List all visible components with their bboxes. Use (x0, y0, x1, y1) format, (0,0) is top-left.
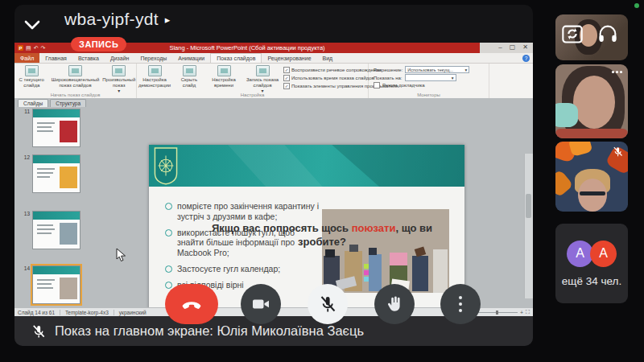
slide-thumbnail-13[interactable]: 13 (23, 211, 80, 249)
university-logo (153, 146, 179, 186)
meeting-code[interactable]: wba-yipf-ydt ▸ (64, 10, 171, 29)
caret-down-icon: ▾ (452, 76, 454, 80)
maximize-button[interactable]: ▢ (510, 43, 516, 51)
more-participants-tile[interactable]: A A ещё 34 чел. (555, 224, 628, 303)
thumbnail-image (60, 223, 77, 245)
slide-thumbnail-12[interactable]: 12 (23, 154, 80, 193)
more-vert-icon (459, 296, 462, 299)
tab-insert[interactable]: Вставка (72, 53, 105, 63)
face-mask (555, 103, 578, 127)
avatar-group: A A (567, 241, 617, 267)
thumbnail-preview (32, 211, 80, 249)
show-on-row: Показать на: ▾ (374, 74, 489, 81)
checkbox-checked-icon: ✓ (283, 83, 290, 89)
ribbon-group-setup: Настройка демонстрации Скрыть слайд Наст… (137, 64, 369, 98)
leaf-decoration (555, 169, 574, 197)
checkbox-checked-icon: ✓ (283, 67, 290, 73)
slide-title-accent: поюзати (352, 222, 396, 234)
participant-video-3[interactable] (555, 142, 628, 212)
bullet-ring-icon (165, 282, 172, 289)
ribbon-tabs: Файл Главная Вставка Дизайн Переходы Ани… (14, 53, 533, 64)
group-label: Начать показ слайдов (14, 93, 136, 97)
from-current-slide-button[interactable]: С текущего слайда (14, 65, 49, 94)
avatar: A (590, 241, 617, 267)
scrollbar-thumb[interactable] (526, 194, 531, 218)
meeting-code-text: wba-yipf-ydt (64, 10, 159, 29)
tab-slideshow[interactable]: Показ слайдов (210, 53, 262, 63)
thumbnail-image (60, 121, 77, 142)
tab-design[interactable]: Дизайн (105, 53, 135, 63)
resolution-row: Разрешение: Использовать текущ... ▾ (374, 66, 489, 73)
mic-muted-button[interactable] (308, 284, 348, 324)
presenter-view-checkbox[interactable]: Режим докладчика (374, 82, 489, 88)
chevron-right-icon: ▸ (165, 14, 171, 26)
language-indicator[interactable]: украинский (119, 310, 147, 315)
tab-animations[interactable]: Анимации (172, 53, 210, 63)
mouse-cursor (116, 248, 127, 265)
minimize-button[interactable]: – (498, 43, 502, 51)
tab-review[interactable]: Рецензирование (262, 53, 316, 63)
slide-counter: Слайд 14 из 61 (18, 310, 55, 315)
hangup-phone-icon (181, 294, 202, 315)
tab-view[interactable]: Вид (317, 53, 339, 63)
camera-button[interactable] (241, 284, 281, 324)
help-icon[interactable]: ? (522, 55, 530, 62)
bullet-ring-icon (165, 203, 172, 210)
mic-off-icon (612, 146, 624, 158)
template-name: Template-korp-4x3 (65, 310, 109, 315)
broadcast-slideshow-button[interactable]: Широковещательный показ слайдов (52, 65, 99, 94)
ribbon-group-start-slideshow: С текущего слайда Широковещательный пока… (14, 64, 137, 98)
raise-hand-button[interactable] (374, 284, 415, 324)
thumbnail-preview (32, 265, 80, 304)
ribbon-group-monitors: Разрешение: Использовать текущ... ▾ Пока… (369, 64, 489, 98)
tab-home[interactable]: Главная (39, 53, 72, 63)
panel-tab-outline[interactable]: Структура (50, 99, 86, 107)
participant-face (573, 76, 615, 129)
ribbon: С текущего слайда Широковещательный пока… (14, 64, 533, 99)
slide-thumbnail-14-selected[interactable]: 14 (23, 265, 80, 304)
connection-indicator-dot (634, 3, 639, 8)
more-options-icon[interactable] (612, 71, 622, 73)
panel-tab-slides[interactable]: Слайды (18, 99, 48, 107)
record-icon (256, 65, 270, 76)
hide-slide-icon (183, 65, 196, 76)
powerpoint-window: P ▤ ↶ ↷ Slang - Microsoft PowerPoint (Сб… (14, 43, 533, 316)
setup-icon (148, 65, 162, 76)
participant-shoulder (555, 129, 628, 138)
caret-down-icon: ▾ (465, 68, 468, 72)
zoom-slider[interactable] (477, 312, 518, 313)
bullet-ring-icon (165, 265, 172, 273)
checkbox-checked-icon: ✓ (283, 75, 290, 81)
collapse-chevron-down-icon[interactable] (21, 14, 43, 39)
tab-file[interactable]: Файл (14, 53, 39, 63)
thumbnail-preview (32, 109, 80, 147)
slide-panel-tabs: Слайды Структура (18, 99, 86, 107)
hangup-button[interactable] (165, 284, 218, 324)
zoom-in-icon[interactable]: + (520, 310, 523, 315)
vertical-scrollbar[interactable] (524, 154, 533, 298)
resolution-dropdown[interactable]: Использовать текущ... ▾ (405, 66, 469, 73)
more-participants-count: ещё 34 чел. (562, 275, 621, 287)
google-meet-screen: wba-yipf-ydt ▸ ЗАПИСЬ P ▤ ↶ ↷ Slang - Mi… (0, 0, 644, 362)
show-on-dropdown[interactable]: ▾ (405, 74, 456, 81)
audio-output-headphones-button[interactable] (596, 23, 620, 48)
slideshow-icon (25, 65, 39, 76)
videocam-icon (251, 294, 270, 314)
switch-camera-button[interactable] (560, 23, 584, 48)
thumbnail-image (60, 278, 77, 299)
close-button[interactable]: ✕ (522, 43, 528, 51)
more-options-button[interactable] (440, 284, 481, 324)
eyeglasses (580, 191, 605, 195)
recording-badge: ЗАПИСЬ (71, 37, 126, 51)
ppt-workspace: Слайды Структура 11 12 (14, 98, 533, 307)
slide-thumbnail-11[interactable]: 11 (23, 109, 80, 147)
tab-transitions[interactable]: Переходы (134, 53, 172, 63)
custom-slideshow-button[interactable]: Произвольный показ ▾ (102, 65, 137, 94)
broadcast-icon (68, 65, 82, 76)
thumbnail-preview (32, 154, 80, 193)
participant-video-2[interactable] (555, 64, 628, 138)
presenting-text: Показ на главном экране: Юлія Миколаївна… (55, 323, 364, 339)
group-label: Мониторы (369, 93, 489, 97)
timer-icon (217, 65, 231, 76)
fit-to-window-icon[interactable]: ⛶ (526, 309, 530, 315)
